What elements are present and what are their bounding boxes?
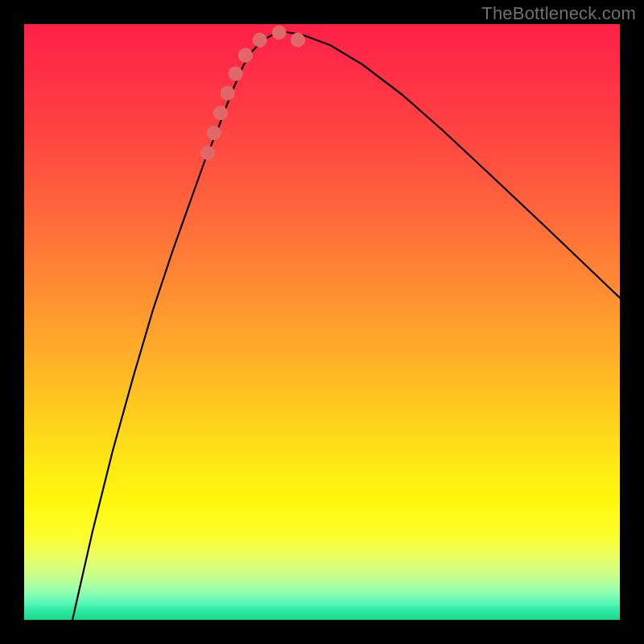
plot-area [24,24,620,620]
curve-layer [24,24,620,620]
chart-stage: TheBottleneck.com [0,0,644,644]
watermark-text: TheBottleneck.com [481,3,636,24]
bottleneck-curve [72,32,620,620]
